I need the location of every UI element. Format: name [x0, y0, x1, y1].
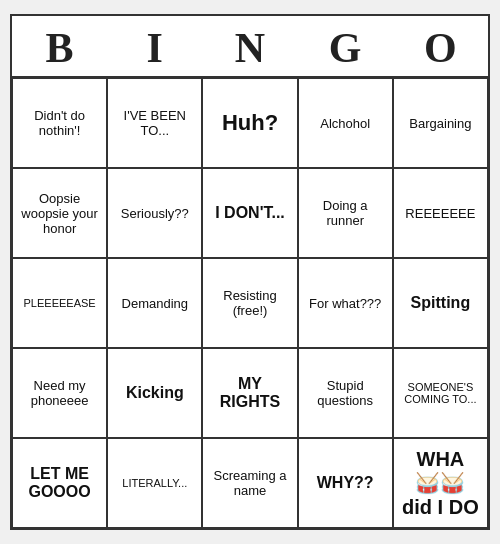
- bingo-header: B I N G O: [12, 16, 488, 76]
- cell-17: MY RIGHTS: [202, 348, 297, 438]
- cell-15: Need my phoneeee: [12, 348, 107, 438]
- letter-i: I: [110, 24, 200, 72]
- cell-22: Screaming a name: [202, 438, 297, 528]
- cell-13: For what???: [298, 258, 393, 348]
- letter-o: O: [395, 24, 485, 72]
- cell-18: Stupid questions: [298, 348, 393, 438]
- wha-text: WHA🥁🥁did I DO: [402, 447, 479, 519]
- cell-10: PLEEEEEASE: [12, 258, 107, 348]
- cell-12: Resisting (free!): [202, 258, 297, 348]
- cell-20: LET ME GOOOO: [12, 438, 107, 528]
- cell-19: SOMEONE'S COMING TO...: [393, 348, 488, 438]
- cell-7: I DON'T...: [202, 168, 297, 258]
- cell-16: Kicking: [107, 348, 202, 438]
- letter-b: B: [15, 24, 105, 72]
- cell-9: REEEEEEE: [393, 168, 488, 258]
- bingo-card: B I N G O Didn't do nothin'! I'VE BEEN T…: [10, 14, 490, 530]
- cell-2: Huh?: [202, 78, 297, 168]
- cell-11: Demanding: [107, 258, 202, 348]
- cell-14: Spitting: [393, 258, 488, 348]
- cell-1: I'VE BEEN TO...: [107, 78, 202, 168]
- bingo-grid: Didn't do nothin'! I'VE BEEN TO... Huh? …: [12, 76, 488, 528]
- cell-21: LITERALLY...: [107, 438, 202, 528]
- letter-g: G: [300, 24, 390, 72]
- letter-n: N: [205, 24, 295, 72]
- cell-0: Didn't do nothin'!: [12, 78, 107, 168]
- cell-5: Oopsie woopsie your honor: [12, 168, 107, 258]
- cell-23: WHY??: [298, 438, 393, 528]
- cell-6: Seriously??: [107, 168, 202, 258]
- cell-3: Alchohol: [298, 78, 393, 168]
- cell-8: Doing a runner: [298, 168, 393, 258]
- cell-24: WHA🥁🥁did I DO: [393, 438, 488, 528]
- cell-4: Bargaining: [393, 78, 488, 168]
